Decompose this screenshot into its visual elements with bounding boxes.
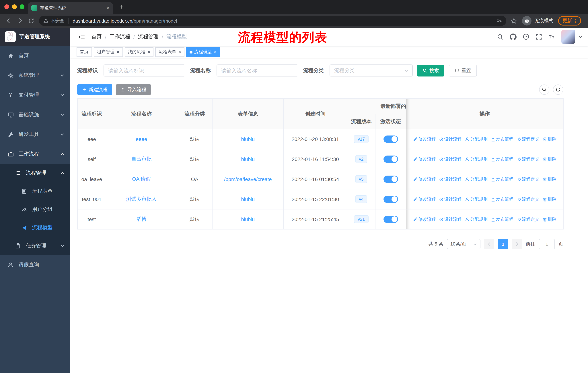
breadcrumb-workflow[interactable]: 工作流程 — [110, 33, 130, 40]
modify-process-link[interactable]: 修改流程 — [413, 196, 436, 202]
font-size-icon[interactable]: TT — [548, 33, 555, 40]
window-zoom-button[interactable] — [20, 4, 24, 9]
process-definition-link[interactable]: 流程定义 — [516, 136, 539, 142]
browser-tab[interactable]: 芋道管理系统 × — [28, 2, 113, 14]
tag-process-model[interactable]: 流程模型× — [186, 47, 220, 57]
form-info-link[interactable]: biubiu — [241, 196, 255, 202]
browser-update-button[interactable]: 更新 ⋮ — [558, 16, 581, 26]
search-icon[interactable] — [497, 33, 504, 40]
import-process-button[interactable]: 导入流程 — [116, 84, 151, 95]
form-info-link[interactable]: /bpm/oa/leave/create — [224, 176, 272, 182]
delete-process-link[interactable]: 删除 — [542, 196, 556, 202]
active-toggle[interactable] — [383, 216, 398, 223]
active-toggle[interactable] — [383, 135, 398, 143]
url-bar[interactable]: 不安全 dashboard.yudao.iocoder.cn/bpm/manag… — [39, 16, 506, 26]
process-key-input[interactable] — [104, 64, 185, 77]
sidebar-item-system[interactable]: 系统管理 — [0, 66, 70, 85]
tag-close-icon[interactable]: × — [147, 50, 150, 54]
help-icon[interactable]: ? — [523, 33, 529, 40]
process-name-input[interactable] — [217, 64, 298, 77]
assign-rule-link[interactable]: 分配规则 — [465, 136, 488, 142]
active-toggle[interactable] — [383, 196, 398, 203]
design-process-link[interactable]: 设计流程 — [439, 216, 462, 222]
design-process-link[interactable]: 设计流程 — [439, 156, 462, 162]
process-name-link[interactable]: eeee — [136, 136, 147, 142]
process-name-link[interactable]: 测试多审批人 — [126, 196, 157, 202]
tag-close-icon[interactable]: × — [117, 50, 119, 54]
create-process-button[interactable]: 新建流程 — [77, 84, 112, 95]
window-close-button[interactable] — [4, 4, 9, 9]
process-name-link[interactable]: 滔博 — [136, 216, 147, 222]
browser-menu-icon[interactable]: ⋮ — [573, 18, 578, 23]
process-definition-link[interactable]: 流程定义 — [516, 196, 539, 202]
breadcrumb-home[interactable]: 首页 — [92, 33, 102, 40]
forward-button[interactable] — [17, 18, 23, 24]
sidebar-item-devtools[interactable]: 研发工具 — [0, 125, 70, 144]
process-definition-link[interactable]: 流程定义 — [516, 216, 539, 222]
delete-process-link[interactable]: 删除 — [542, 136, 556, 142]
tag-my-process[interactable]: 我的流程× — [125, 47, 153, 57]
sidebar-item-workflow[interactable]: 工作流程 — [0, 144, 70, 164]
active-toggle[interactable] — [383, 176, 398, 183]
sidebar-item-payment[interactable]: ¥ 支付管理 — [0, 85, 70, 105]
category-select[interactable]: 流程分类 — [330, 64, 413, 77]
search-button[interactable]: 搜索 — [417, 65, 444, 76]
bookmark-star-icon[interactable] — [511, 18, 517, 24]
sidebar-item-process-model[interactable]: 流程模型 — [0, 219, 70, 237]
goto-page-input[interactable] — [539, 239, 555, 249]
publish-process-link[interactable]: 发布流程 — [491, 156, 514, 162]
sidebar-item-leave-query[interactable]: 请假查询 — [0, 255, 70, 275]
new-tab-button[interactable]: + — [117, 3, 126, 11]
publish-process-link[interactable]: 发布流程 — [491, 176, 514, 182]
prev-page-button[interactable] — [484, 239, 494, 249]
user-avatar[interactable] — [561, 30, 575, 44]
avatar-caret-icon[interactable] — [578, 35, 583, 39]
active-toggle[interactable] — [383, 156, 398, 163]
design-process-link[interactable]: 设计流程 — [439, 196, 462, 202]
publish-process-link[interactable]: 发布流程 — [491, 216, 514, 222]
form-info-link[interactable]: biubiu — [241, 156, 255, 162]
delete-process-link[interactable]: 删除 — [542, 176, 556, 182]
assign-rule-link[interactable]: 分配规则 — [465, 216, 488, 222]
publish-process-link[interactable]: 发布流程 — [491, 136, 514, 142]
assign-rule-link[interactable]: 分配规则 — [465, 156, 488, 162]
page-size-select[interactable]: 10条/页 — [447, 239, 481, 249]
process-definition-link[interactable]: 流程定义 — [516, 156, 539, 162]
sidebar-item-process-management[interactable]: 流程管理 — [0, 164, 70, 182]
process-definition-link[interactable]: 流程定义 — [516, 176, 539, 182]
sidebar-item-infrastructure[interactable]: 基础设施 — [0, 105, 70, 125]
current-page-button[interactable]: 1 — [498, 239, 508, 249]
password-key-icon[interactable] — [496, 18, 502, 24]
modify-process-link[interactable]: 修改流程 — [413, 156, 436, 162]
fullscreen-icon[interactable] — [536, 33, 542, 40]
design-process-link[interactable]: 设计流程 — [439, 136, 462, 142]
window-minimize-button[interactable] — [12, 4, 17, 9]
github-icon[interactable] — [510, 33, 516, 40]
process-name-link[interactable]: OA 请假 — [132, 176, 151, 182]
tag-process-form[interactable]: 流程表单× — [155, 47, 184, 57]
refresh-button[interactable] — [553, 84, 563, 95]
assign-rule-link[interactable]: 分配规则 — [465, 196, 488, 202]
breadcrumb-process-management[interactable]: 流程管理 — [138, 33, 158, 40]
back-button[interactable] — [5, 18, 12, 24]
tag-tenant[interactable]: 租户管理× — [94, 47, 123, 57]
publish-process-link[interactable]: 发布流程 — [491, 196, 514, 202]
sidebar-item-user-group[interactable]: 用户分组 — [0, 200, 70, 219]
process-name-link[interactable]: 自己审批 — [131, 156, 152, 162]
modify-process-link[interactable]: 修改流程 — [413, 176, 436, 182]
reset-button[interactable]: 重置 — [449, 65, 477, 76]
sidebar-item-process-form[interactable]: 流程表单 — [0, 182, 70, 200]
tag-close-icon[interactable]: × — [178, 50, 181, 54]
next-page-button[interactable] — [512, 239, 522, 249]
reload-button[interactable] — [28, 18, 34, 24]
modify-process-link[interactable]: 修改流程 — [413, 136, 436, 142]
tag-close-icon[interactable]: × — [214, 50, 217, 54]
assign-rule-link[interactable]: 分配规则 — [465, 176, 488, 182]
sidebar-item-home[interactable]: 首页 — [0, 46, 70, 66]
modify-process-link[interactable]: 修改流程 — [413, 216, 436, 222]
toggle-search-button[interactable] — [539, 84, 549, 95]
sidebar-item-task-management[interactable]: 任务管理 — [0, 237, 70, 255]
tag-home[interactable]: 首页 — [77, 47, 92, 57]
design-process-link[interactable]: 设计流程 — [439, 176, 462, 182]
delete-process-link[interactable]: 删除 — [542, 216, 556, 222]
